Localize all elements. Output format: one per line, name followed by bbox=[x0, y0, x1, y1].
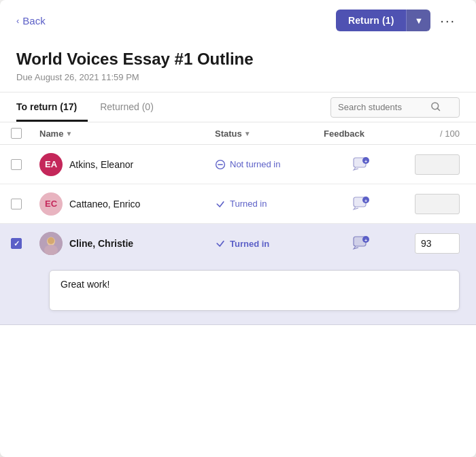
feedback-popup-row: Great work! bbox=[0, 263, 476, 325]
not-turned-in-icon bbox=[215, 159, 226, 170]
feedback-popup[interactable]: Great work! bbox=[49, 270, 460, 311]
score-ea bbox=[398, 154, 460, 175]
avatar-ea: EA bbox=[39, 153, 63, 176]
chevron-down-icon: ▼ bbox=[414, 16, 423, 26]
student-info-cc: Cline, Christie bbox=[39, 232, 215, 255]
col-header-status: Status ▼ bbox=[215, 129, 324, 139]
search-input[interactable] bbox=[338, 102, 426, 112]
student-name-cc: Cline, Christie bbox=[69, 238, 133, 249]
row-checkbox-cc[interactable] bbox=[11, 238, 39, 249]
student-row-selected: Cline, Christie Turned in + bbox=[0, 224, 476, 263]
search-icon bbox=[430, 101, 441, 114]
svg-text:+: + bbox=[364, 159, 367, 164]
svg-point-13 bbox=[48, 237, 54, 244]
students-table: EA Atkins, Eleanor Not turned in + bbox=[0, 145, 476, 457]
top-bar: ‹ Back Return (1) ▼ ··· bbox=[0, 0, 476, 38]
back-button[interactable]: ‹ Back bbox=[16, 15, 46, 27]
feedback-icon-ec[interactable]: + bbox=[324, 194, 398, 214]
tabs-row: To return (17) Returned (0) bbox=[0, 92, 476, 122]
score-ec bbox=[398, 194, 460, 214]
student-name-ec: Cattaneo, Enrico bbox=[69, 199, 140, 209]
svg-line-1 bbox=[437, 108, 439, 110]
assignment-due: Due August 26, 2021 11:59 PM bbox=[16, 72, 460, 82]
student-info-ea: EA Atkins, Eleanor bbox=[39, 153, 215, 176]
return-button[interactable]: Return (1) bbox=[336, 10, 407, 31]
search-box[interactable] bbox=[330, 97, 460, 118]
main-card: ‹ Back Return (1) ▼ ··· World Voices Ess… bbox=[0, 0, 476, 457]
tab-group: To return (17) Returned (0) bbox=[16, 92, 330, 122]
col-header-feedback: Feedback bbox=[324, 129, 398, 139]
row-checkbox-ea[interactable] bbox=[11, 159, 39, 170]
feedback-chat-icon-ec: + bbox=[352, 194, 371, 214]
avatar-photo-cc bbox=[39, 232, 63, 255]
more-icon: ··· bbox=[440, 13, 456, 28]
student-name-ea: Atkins, Eleanor bbox=[69, 159, 133, 170]
col-header-name: Name ▼ bbox=[39, 129, 215, 139]
table-header: Name ▼ Status ▼ Feedback / 100 bbox=[0, 122, 476, 145]
turned-in-check-icon-cc bbox=[215, 238, 226, 249]
assignment-header: World Voices Essay #1 Outline Due August… bbox=[0, 38, 476, 92]
select-all-checkbox[interactable] bbox=[11, 128, 39, 139]
assignment-title: World Voices Essay #1 Outline bbox=[16, 49, 460, 69]
feedback-icon-ea[interactable]: + bbox=[324, 155, 398, 174]
score-cc[interactable] bbox=[398, 233, 460, 254]
back-label: Back bbox=[22, 15, 45, 27]
return-button-group: Return (1) ▼ bbox=[336, 10, 430, 31]
return-dropdown-button[interactable]: ▼ bbox=[406, 10, 430, 31]
col-header-score: / 100 bbox=[398, 129, 460, 139]
score-input-cc[interactable] bbox=[415, 233, 460, 254]
checkbox-all[interactable] bbox=[11, 128, 22, 139]
status-sort-icon[interactable]: ▼ bbox=[244, 130, 251, 137]
student-row: EC Cattaneo, Enrico Turned in + bbox=[0, 184, 476, 224]
name-sort-icon[interactable]: ▼ bbox=[65, 130, 72, 137]
turned-in-check-icon-ec bbox=[215, 199, 226, 209]
status-ec: Turned in bbox=[215, 199, 324, 209]
status-ea: Not turned in bbox=[215, 159, 324, 170]
tab-returned[interactable]: Returned (0) bbox=[100, 92, 165, 122]
tab-to-return[interactable]: To return (17) bbox=[16, 92, 88, 122]
feedback-icon-cc[interactable]: + bbox=[324, 234, 398, 253]
student-info-ec: EC Cattaneo, Enrico bbox=[39, 192, 215, 216]
feedback-chat-icon-ea: + bbox=[352, 155, 371, 174]
student-row: EA Atkins, Eleanor Not turned in + bbox=[0, 145, 476, 184]
svg-text:+: + bbox=[364, 238, 367, 243]
feedback-chat-icon-cc: + bbox=[352, 234, 371, 253]
row-checkbox-ec[interactable] bbox=[11, 199, 39, 209]
avatar-ec: EC bbox=[39, 192, 63, 216]
status-cc: Turned in bbox=[215, 238, 324, 249]
feedback-text: Great work! bbox=[61, 279, 109, 290]
avatar-cc bbox=[39, 232, 63, 255]
svg-text:+: + bbox=[364, 199, 367, 203]
top-right-actions: Return (1) ▼ ··· bbox=[336, 10, 460, 31]
more-options-button[interactable]: ··· bbox=[436, 11, 460, 30]
back-chevron-icon: ‹ bbox=[16, 16, 19, 26]
